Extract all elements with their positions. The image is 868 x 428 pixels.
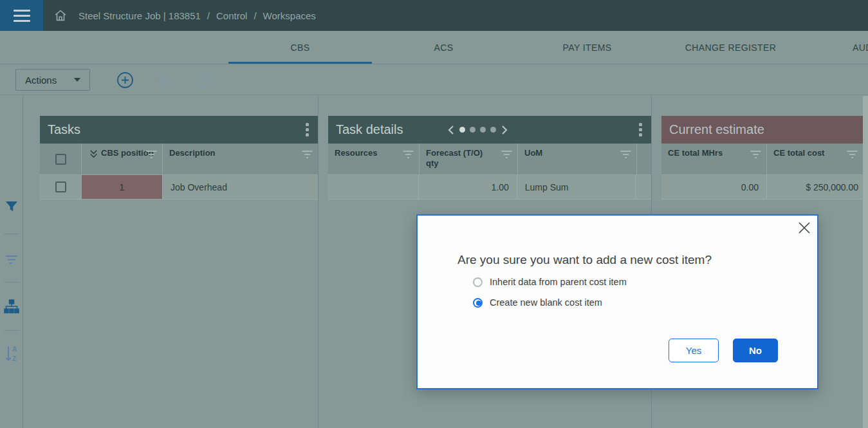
add-circle-icon <box>116 71 134 89</box>
dialog-close-button[interactable] <box>796 219 813 236</box>
row-checkbox[interactable] <box>55 181 66 192</box>
description-cell[interactable]: Job Overhead <box>163 175 318 199</box>
hierarchy-view-button[interactable] <box>0 299 23 314</box>
svg-text:A: A <box>12 346 17 353</box>
breadcrumb: Steel Structure Job | 183851 / Control /… <box>78 0 316 31</box>
svg-text:Z: Z <box>12 355 16 362</box>
workspace-divider <box>318 95 319 428</box>
home-icon <box>53 8 68 23</box>
column-header-ce-total-mhrs[interactable]: CE total MHrs <box>661 144 767 174</box>
column-header-description[interactable]: Description <box>163 144 318 174</box>
pager-dot-2[interactable] <box>470 127 476 133</box>
home-button[interactable] <box>50 5 71 26</box>
tasks-panel-header: Tasks <box>40 116 318 144</box>
cbs-position-cell[interactable]: 1 <box>82 175 163 199</box>
edit-button[interactable] <box>156 71 174 89</box>
radio-selected-icon[interactable] <box>473 298 483 308</box>
cbs-position-value[interactable]: 1 <box>82 175 162 199</box>
column-label: UoM <box>524 148 542 158</box>
pager-dot-4[interactable] <box>490 127 496 133</box>
actions-dropdown[interactable]: Actions <box>15 69 90 91</box>
sort-button[interactable]: A Z <box>0 345 23 363</box>
no-button[interactable]: No <box>733 339 778 362</box>
forecast-qty-cell[interactable]: 1.00 <box>419 175 517 199</box>
cancel-button[interactable] <box>196 71 214 89</box>
breadcrumb-separator: / <box>207 10 210 21</box>
option-label: Inherit data from parent cost item <box>490 277 627 287</box>
tab-pay-items[interactable]: PAY ITEMS <box>515 31 659 64</box>
breadcrumb-separator: / <box>254 10 256 21</box>
select-all-checkbox[interactable] <box>55 154 66 165</box>
add-button[interactable] <box>116 71 134 89</box>
breadcrumb-page[interactable]: Workspaces <box>263 10 316 21</box>
column-header-cbs-position[interactable]: CBS position <box>82 144 163 174</box>
column-header-resources[interactable]: Resources <box>328 144 420 174</box>
kebab-menu-icon[interactable] <box>304 122 310 138</box>
column-filter-icon[interactable] <box>145 150 158 159</box>
kebab-menu-icon[interactable] <box>638 122 643 138</box>
row-select-cell <box>40 175 82 199</box>
tasks-column-header: CBS position Description <box>40 144 318 175</box>
vertical-scrollbar[interactable] <box>863 96 868 428</box>
column-filter-icon[interactable] <box>501 150 513 159</box>
current-estimate-panel: Current estimate CE total MHrs CE total … <box>661 116 863 200</box>
pager-dot-1[interactable] <box>459 127 465 133</box>
tab-change-register[interactable]: CHANGE REGISTER <box>659 31 802 64</box>
task-details-column-header: Resources Forecast (T/O) qty UoM <box>328 144 651 175</box>
dialog-title: Are you sure you want to add a new cost … <box>457 253 712 267</box>
yes-button[interactable]: Yes <box>669 339 719 362</box>
chevron-left-icon[interactable] <box>447 125 455 135</box>
column-filter-icon[interactable] <box>301 150 313 159</box>
task-details-row[interactable]: 1.00 Lump Sum <box>328 175 651 200</box>
option-create-blank[interactable]: Create new blank cost item <box>473 297 602 308</box>
column-filter-icon[interactable] <box>750 150 762 159</box>
column-header-spacer <box>637 144 651 174</box>
resources-cell[interactable] <box>328 175 419 199</box>
cancel-circle-icon <box>196 71 214 89</box>
panel-pager <box>447 125 508 135</box>
tasks-panel: Tasks CBS position Description <box>40 116 318 200</box>
pager-dot-3[interactable] <box>480 127 486 133</box>
option-label: Create new blank cost item <box>490 297 602 308</box>
filter-button[interactable] <box>0 201 23 215</box>
breadcrumb-section[interactable]: Control <box>216 10 247 21</box>
task-details-panel-title: Task details <box>336 122 403 137</box>
current-estimate-row[interactable]: 0.00 $ 250,000.00 <box>661 175 863 200</box>
column-header-forecast-qty[interactable]: Forecast (T/O) qty <box>420 144 518 174</box>
ce-total-cost-cell[interactable]: $ 250,000.00 <box>767 175 863 199</box>
uom-cell[interactable]: Lump Sum <box>517 175 636 199</box>
ce-total-mhrs-cell[interactable]: 0.00 <box>661 175 767 199</box>
option-inherit-data[interactable]: Inherit data from parent cost item <box>473 277 627 287</box>
row-spacer <box>636 175 651 199</box>
filter-lines-icon <box>5 252 19 266</box>
column-filter-icon[interactable] <box>402 150 414 159</box>
task-details-panel: Task details Resources <box>328 116 651 200</box>
column-header-uom[interactable]: UoM <box>518 144 637 174</box>
edit-icon <box>156 71 174 89</box>
current-estimate-panel-header: Current estimate <box>661 116 863 144</box>
tab-acs[interactable]: ACS <box>372 31 515 64</box>
column-filter-icon[interactable] <box>620 150 632 159</box>
current-estimate-panel-title: Current estimate <box>669 122 764 137</box>
column-filter-icon[interactable] <box>846 150 858 159</box>
toolbar: Actions <box>0 65 868 95</box>
tasks-row[interactable]: 1 Job Overhead <box>40 175 318 200</box>
sort-az-icon: A Z <box>4 345 19 363</box>
filter-funnel-icon <box>5 201 18 215</box>
task-details-panel-header: Task details <box>328 116 651 144</box>
column-label: Forecast (T/O) qty <box>426 148 483 168</box>
actions-label: Actions <box>25 75 57 86</box>
column-label: Resources <box>335 148 377 158</box>
current-estimate-column-header: CE total MHrs CE total cost <box>661 144 863 175</box>
column-header-ce-total-cost[interactable]: CE total cost <box>767 144 863 174</box>
tab-audit[interactable]: AUD <box>853 31 868 64</box>
tab-cbs[interactable]: CBS <box>228 31 372 64</box>
add-cost-item-dialog: Are you sure you want to add a new cost … <box>416 214 818 389</box>
chevron-right-icon[interactable] <box>501 125 508 135</box>
breadcrumb-project[interactable]: Steel Structure Job | 183851 <box>78 10 201 21</box>
condensed-view-button[interactable] <box>0 252 23 266</box>
collapse-all-icon[interactable] <box>88 149 99 160</box>
hamburger-menu-button[interactable] <box>0 0 43 31</box>
radio-unselected-icon[interactable] <box>473 277 483 287</box>
select-all-cell <box>40 144 82 174</box>
